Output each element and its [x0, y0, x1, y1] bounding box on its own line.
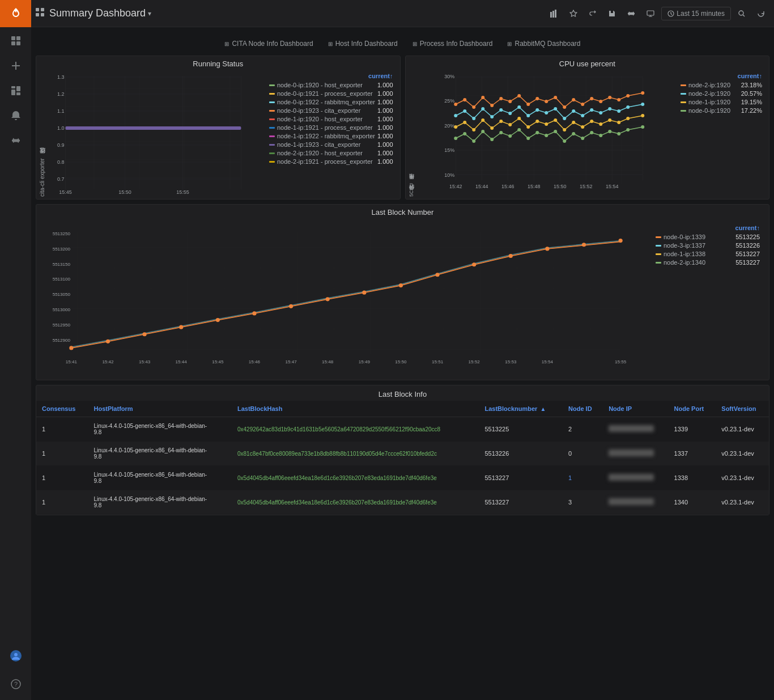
svg-point-83 — [626, 94, 630, 97]
svg-point-82 — [617, 98, 620, 101]
last-block-info-panel: Last Block Info Consensus HostPlatform L… — [36, 385, 769, 515]
cell-blocknumber: 5513227 — [479, 466, 563, 490]
cpu-use-panel: CPU use percent 5分钟的CPU平均使用率 30% 25% — [405, 56, 770, 200]
legend-color — [269, 135, 275, 137]
dashboard-tabs: ⊞ CITA Node Info Dashboard ⊞ Host Info D… — [36, 32, 769, 56]
legend-item: node-0-ip:1920 17.22% — [681, 107, 762, 114]
legend-label: node-0-ip:1922 - rabbitmq_exporter — [277, 99, 375, 105]
svg-text:15:45: 15:45 — [212, 359, 224, 364]
sidebar-dashboard-icon[interactable] — [0, 79, 31, 102]
svg-text:0.8: 0.8 — [57, 159, 65, 165]
svg-text:5512950: 5512950 — [53, 323, 71, 328]
cell-blocknumber: 5513226 — [479, 442, 563, 466]
settings-button[interactable] — [623, 5, 640, 22]
last-block-title: Last Block Number — [36, 205, 769, 217]
svg-rect-2 — [11, 41, 15, 45]
table-body: 1 Linux-4.4.0-105-generic-x86_64-with-de… — [36, 417, 769, 515]
th-platform[interactable]: HostPlatform — [88, 401, 232, 417]
svg-text:15:50: 15:50 — [118, 189, 131, 195]
time-label: Last 15 minutes — [677, 10, 725, 18]
th-version[interactable]: SoftVersion — [716, 401, 769, 417]
svg-point-95 — [545, 111, 548, 114]
th-blocknumber[interactable]: LastBlocknumber ▲ — [479, 401, 563, 417]
svg-rect-6 — [11, 90, 15, 95]
svg-text:15:54: 15:54 — [605, 184, 618, 189]
th-hash[interactable]: LastBlockHash — [232, 401, 479, 417]
refresh-button[interactable] — [752, 5, 769, 22]
cell-platform: Linux-4.4.0-105-generic-x86_64-with-debi… — [88, 490, 232, 515]
svg-text:15:55: 15:55 — [176, 189, 189, 195]
legend-item: node-0-ip:1921 - process_exporter 1.000 — [269, 90, 393, 97]
svg-point-177 — [545, 247, 549, 251]
svg-point-71 — [517, 94, 521, 97]
svg-point-100 — [590, 108, 593, 112]
svg-point-125 — [626, 117, 630, 120]
cpu-use-y-label: 5分钟的CPU平均使用率 — [408, 70, 415, 197]
cell-hash: 0x4292642ac83d1b9c41d1631b5e56052a647208… — [232, 417, 479, 442]
th-consensus[interactable]: Consensus — [36, 401, 88, 417]
svg-point-146 — [626, 128, 630, 131]
search-button[interactable] — [733, 5, 750, 22]
cpu-legend-header: current↑ — [738, 73, 762, 79]
tv-button[interactable] — [642, 5, 659, 22]
cell-platform: Linux-4.4.0-105-generic-x86_64-with-debi… — [88, 466, 232, 490]
svg-text:10%: 10% — [444, 172, 454, 178]
app-logo[interactable] — [0, 0, 31, 27]
svg-point-127 — [454, 137, 457, 140]
svg-point-139 — [563, 139, 566, 143]
cell-consensus: 1 — [36, 442, 88, 466]
cell-nodeip — [603, 442, 668, 466]
legend-label: node-2-ip:1920 — [688, 90, 739, 97]
tab-host-info[interactable]: ⊞ Host Info Dashboard — [321, 36, 405, 51]
svg-text:15:42: 15:42 — [449, 184, 462, 189]
star-button[interactable] — [565, 5, 582, 22]
cpu-use-legend: current↑ node-2-ip:1920 23.18% node-2-ip… — [676, 70, 767, 197]
legend-color — [269, 84, 275, 86]
svg-point-98 — [572, 109, 575, 113]
th-nodeip[interactable]: Node IP — [603, 401, 668, 417]
save-button[interactable] — [603, 5, 620, 22]
svg-point-134 — [517, 128, 521, 131]
tab-cita-node[interactable]: ⊞ CITA Node Info Dashboard — [218, 36, 320, 51]
svg-text:15:51: 15:51 — [432, 359, 444, 364]
running-status-y-label: cita-cli exporter运行状态 — [39, 70, 46, 197]
topbar: Summary Dashboard ▾ Last 15 minutes — [31, 0, 774, 27]
svg-point-130 — [481, 130, 484, 133]
legend-value: 1.000 — [377, 158, 393, 165]
svg-text:15:46: 15:46 — [501, 184, 514, 189]
bar-chart-button[interactable] — [546, 5, 563, 22]
svg-rect-16 — [550, 12, 552, 18]
sidebar-grid-icon[interactable] — [0, 29, 31, 52]
sidebar-settings-icon[interactable] — [0, 129, 31, 152]
time-range-button[interactable]: Last 15 minutes — [661, 7, 731, 20]
svg-point-142 — [590, 131, 593, 134]
svg-text:5513250: 5513250 — [53, 231, 71, 236]
sidebar-bell-icon[interactable] — [0, 104, 31, 127]
legend-label: node-2-ip:1920 - host_exporter — [277, 150, 375, 156]
svg-point-166 — [143, 332, 147, 336]
process-info-tab-icon: ⊞ — [412, 41, 417, 47]
legend-item: node-1-ip:1338 5513227 — [656, 251, 760, 257]
svg-point-96 — [554, 107, 557, 111]
tab-process-info[interactable]: ⊞ Process Info Dashboard — [406, 36, 500, 51]
legend-value: 1.000 — [377, 133, 393, 139]
th-port[interactable]: Node Port — [669, 401, 716, 417]
topbar-grid-icon — [36, 8, 45, 19]
table-row: 1 Linux-4.4.0-105-generic-x86_64-with-de… — [36, 466, 769, 490]
svg-point-170 — [289, 304, 293, 308]
legend-item: node-1-ip:1920 - host_exporter 1.000 — [269, 116, 393, 122]
svg-point-143 — [599, 134, 602, 137]
host-info-tab-label: Host Info Dashboard — [335, 40, 398, 48]
share-button[interactable] — [584, 5, 601, 22]
cita-node-tab-label: CITA Node Info Dashboard — [232, 40, 313, 48]
svg-point-111 — [499, 120, 503, 123]
last-block-info-table: Consensus HostPlatform LastBlockHash Las… — [36, 401, 769, 515]
sidebar-add-icon[interactable] — [0, 54, 31, 77]
sidebar: ? — [0, 0, 31, 538]
th-nodeid[interactable]: Node ID — [563, 401, 603, 417]
legend-label: node-1-ip:1920 - host_exporter — [277, 116, 375, 122]
svg-point-147 — [641, 125, 644, 129]
svg-point-168 — [216, 318, 220, 322]
tab-rabbitmq[interactable]: ⊞ RabbitMQ Dashboard — [500, 36, 587, 51]
title-caret[interactable]: ▾ — [148, 10, 151, 18]
